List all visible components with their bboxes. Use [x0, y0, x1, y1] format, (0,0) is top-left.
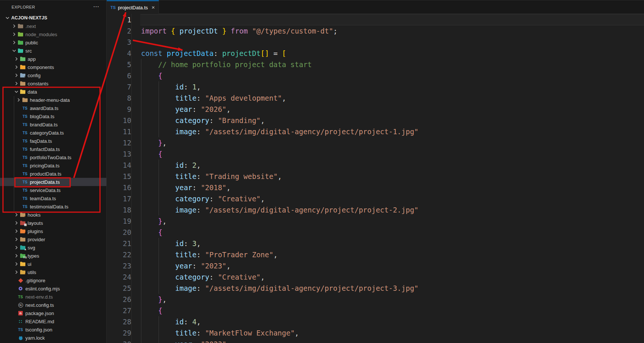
chevron-right-icon[interactable] [11, 40, 17, 45]
code-line[interactable]: 4const projectData: projectDt[] = [ [107, 48, 644, 59]
tree-item-next-config-ts[interactable]: Nnext.config.ts [0, 301, 106, 309]
code-line[interactable]: 29 title: "MarketFlow Exchange", [107, 327, 644, 339]
tree-item-utils[interactable]: ✦utils [0, 268, 106, 276]
tree-item-public[interactable]: public [0, 38, 106, 47]
chevron-right-icon[interactable] [11, 23, 17, 29]
tree-item-next-env-d-ts[interactable]: TSnext-env.d.ts [0, 293, 106, 301]
code-line-text: title: "ProTrader Zone", [141, 249, 278, 260]
code-line[interactable]: 7 id: 1, [107, 81, 644, 92]
code-line[interactable]: 24 category: "Creative", [107, 271, 644, 283]
chevron-right-icon[interactable] [13, 72, 19, 78]
tree-item-portfoliotwodata-ts[interactable]: TSportfolioTwoData.ts [0, 153, 106, 161]
code-line[interactable]: 18 image: "/assets/img/digital-agency/pr… [107, 204, 644, 215]
project-root-row[interactable]: ACJON-NEXTJS [0, 14, 106, 22]
chevron-right-icon[interactable] [13, 56, 19, 62]
tree-item-svg[interactable]: ▲svg [0, 243, 106, 252]
code-line[interactable]: 27 { [107, 305, 644, 316]
code-line[interactable]: 12 }, [107, 137, 644, 148]
code-line[interactable]: 26 }, [107, 294, 644, 305]
chevron-right-icon[interactable] [13, 236, 19, 242]
tree-item-funfactdata-ts[interactable]: TSfunfactData.ts [0, 145, 106, 153]
tree-item-readme-md[interactable]: ∷README.md [0, 317, 106, 325]
chevron-right-icon[interactable] [13, 269, 19, 275]
chevron-right-icon[interactable] [13, 261, 19, 267]
code-line[interactable]: 15 title: "Trading website", [107, 171, 644, 182]
tab-projectdata[interactable]: TS projectData.ts × [107, 0, 159, 14]
tree-item-yarn-lock[interactable]: yarn.lock [0, 334, 106, 342]
tree-item-categorydata-ts[interactable]: TScategoryData.ts [0, 129, 106, 137]
tree-item-teamdata-ts[interactable]: TSteamData.ts [0, 194, 106, 202]
tree-item-faqdata-ts[interactable]: TSfaqData.ts [0, 137, 106, 145]
tree-item-label: components [28, 64, 54, 70]
code-line[interactable]: 13 { [107, 148, 644, 160]
tree-item-src[interactable]: ‹›src [0, 47, 106, 55]
code-line[interactable]: 9 year: "2026", [107, 104, 644, 115]
tree-item-constants[interactable]: constants [0, 79, 106, 88]
chevron-right-icon[interactable] [13, 228, 19, 234]
code-line[interactable]: 21 id: 3, [107, 238, 644, 249]
chevron-right-icon[interactable] [13, 245, 19, 251]
tree-item-header-menu-data[interactable]: header-menu-data [0, 96, 106, 104]
tree-item-config[interactable]: ⚙config [0, 71, 106, 79]
tree-item-projectdata-ts[interactable]: TSprojectData.ts [0, 178, 106, 186]
code-editor[interactable]: 12import { projectDt } from "@/types/cus… [107, 14, 644, 343]
code-line[interactable]: 20 { [107, 227, 644, 238]
code-line-text: category: "Branding", [141, 115, 265, 126]
code-line[interactable]: 8 title: "Apps development", [107, 92, 644, 104]
chevron-right-icon[interactable] [13, 81, 19, 86]
tree-item-branddata-ts[interactable]: TSbrandData.ts [0, 120, 106, 129]
code-line[interactable]: 1 [107, 14, 644, 25]
more-actions-icon[interactable]: ⋯ [93, 3, 99, 10]
tree-item-next[interactable]: ●.next [0, 22, 106, 30]
code-line[interactable]: 16 year: "2018", [107, 182, 644, 193]
tree-item-components[interactable]: components [0, 63, 106, 71]
chevron-down-icon[interactable] [13, 89, 19, 95]
tree-item-layouts[interactable]: ▦layouts [0, 219, 106, 227]
tree-item-servicedata-ts[interactable]: TSserviceData.ts [0, 186, 106, 194]
tree-item-label: brandData.ts [30, 122, 57, 128]
close-tab-icon[interactable]: × [151, 5, 155, 10]
tree-item-blogdata-ts[interactable]: TSblogData.ts [0, 112, 106, 120]
code-line[interactable]: 23 year: "2023", [107, 260, 644, 271]
chevron-right-icon[interactable] [13, 212, 19, 218]
tree-item-hooks[interactable]: ↩hooks [0, 211, 106, 219]
tree-item-plugins[interactable]: ◆plugins [0, 227, 106, 235]
tree-item-tsconfig-json[interactable]: TStsconfig.json [0, 325, 106, 334]
code-line[interactable]: 28 id: 4, [107, 316, 644, 327]
chevron-right-icon[interactable] [16, 97, 22, 103]
code-line[interactable]: 10 category: "Branding", [107, 115, 644, 126]
code-line[interactable]: 6 { [107, 70, 644, 81]
tree-item-node-modules[interactable]: node_modules [0, 30, 106, 38]
code-line[interactable]: 22 title: "ProTrader Zone", [107, 249, 644, 260]
code-line[interactable]: 11 image: "/assets/img/digital-agency/pr… [107, 126, 644, 137]
folder-icon: ▦ [19, 220, 26, 226]
chevron-right-icon[interactable] [13, 253, 19, 259]
code-line[interactable]: 3 [107, 37, 644, 48]
tree-item-provider[interactable]: provider [0, 235, 106, 243]
chevron-spacer [16, 130, 22, 136]
code-line[interactable]: 30 year: "2023", [107, 339, 644, 343]
code-line[interactable]: 2import { projectDt } from "@/types/cust… [107, 25, 644, 37]
tree-item-productdata-ts[interactable]: TSproductData.ts [0, 170, 106, 178]
tree-item-types[interactable]: TStypes [0, 252, 106, 260]
code-line[interactable]: 5 // home portfolio project data start [107, 59, 644, 70]
tree-item-package-json[interactable]: npackage.json [0, 309, 106, 317]
chevron-right-icon[interactable] [13, 64, 19, 70]
code-line[interactable]: 19 }, [107, 215, 644, 227]
chevron-right-icon[interactable] [13, 220, 19, 226]
tree-item-testimonialdata-ts[interactable]: TStestimonialData.ts [0, 202, 106, 211]
code-line[interactable]: 25 image: "/assets/img/digital-agency/pr… [107, 283, 644, 294]
chevron-right-icon[interactable] [11, 31, 17, 37]
tree-item-awarddata-ts[interactable]: TSawardData.ts [0, 104, 106, 112]
tree-item-gitignore[interactable]: .gitignore [0, 276, 106, 284]
tree-item-label: svg [28, 245, 35, 251]
code-line-text: { [141, 305, 162, 316]
tree-item-eslint-config-mjs[interactable]: eslint.config.mjs [0, 284, 106, 293]
code-line[interactable]: 14 id: 2, [107, 160, 644, 171]
code-line[interactable]: 17 category: "Creative", [107, 193, 644, 204]
tree-item-app[interactable]: app [0, 55, 106, 63]
tree-item-data[interactable]: ≡data [0, 88, 106, 96]
tree-item-pricingdata-ts[interactable]: TSpricingData.ts [0, 161, 106, 170]
tree-item-ui[interactable]: ui [0, 260, 106, 268]
chevron-down-icon[interactable] [11, 48, 17, 54]
